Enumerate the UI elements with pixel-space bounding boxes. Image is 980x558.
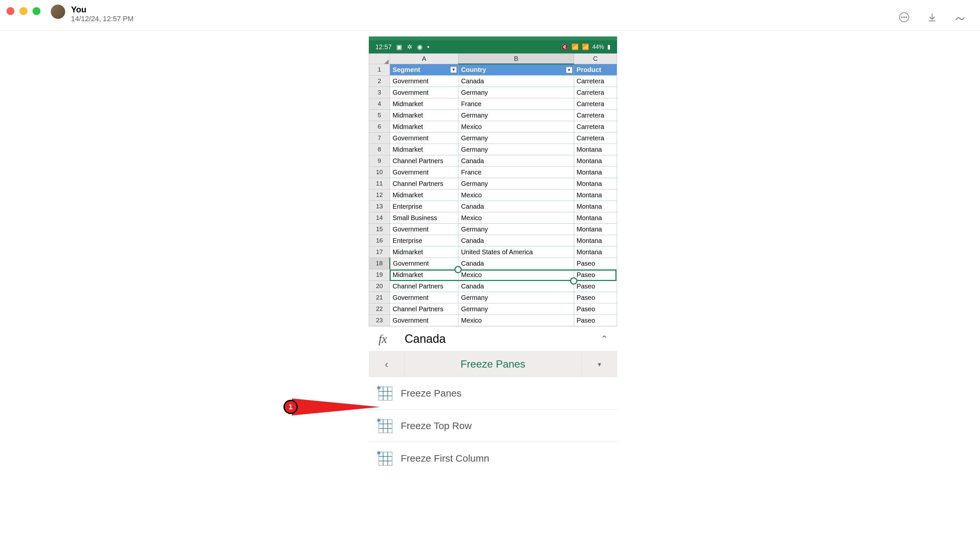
column-header-a[interactable]: A xyxy=(390,54,459,64)
cell[interactable]: Germany xyxy=(459,292,574,304)
cell[interactable]: Germany xyxy=(459,87,574,98)
cell[interactable]: Carretera xyxy=(574,98,617,110)
freeze-top-row-option[interactable]: ✱ Freeze Top Row xyxy=(369,410,617,442)
cell[interactable]: United States of America xyxy=(459,246,574,258)
cell[interactable]: Montana xyxy=(574,155,617,167)
cell[interactable]: Paseo xyxy=(574,292,617,304)
cell[interactable]: Canada xyxy=(459,75,574,87)
column-header-c[interactable]: C xyxy=(574,54,617,64)
row-header[interactable]: 1 xyxy=(369,64,390,75)
row-header[interactable]: 21 xyxy=(369,292,390,304)
cell[interactable]: Small Business xyxy=(390,212,459,224)
cell[interactable]: Government xyxy=(390,315,459,326)
row-header[interactable]: 23 xyxy=(369,315,390,326)
row-header[interactable]: 5 xyxy=(369,110,390,121)
cell[interactable]: Mexico xyxy=(459,315,574,326)
cell[interactable]: Germany xyxy=(459,178,574,189)
minimize-window-button[interactable] xyxy=(20,7,27,15)
cell[interactable]: Montana xyxy=(574,189,617,201)
selection-handle[interactable] xyxy=(570,277,577,284)
cell[interactable]: Product xyxy=(574,64,617,75)
cell[interactable]: Paseo xyxy=(574,258,617,269)
cell[interactable]: Montana xyxy=(574,235,617,246)
filter-icon[interactable]: ▼ xyxy=(566,67,572,73)
row-header[interactable]: 13 xyxy=(369,201,390,212)
cell[interactable]: France xyxy=(459,167,574,178)
cell[interactable]: Government xyxy=(390,133,459,144)
cell[interactable]: Channel Partners xyxy=(390,281,459,292)
column-header-b[interactable]: B xyxy=(459,54,574,64)
expand-formula-icon[interactable]: ⌃ xyxy=(591,334,617,345)
back-button[interactable]: ‹ xyxy=(369,351,404,377)
cell[interactable]: Montana xyxy=(574,246,617,258)
cell[interactable]: Paseo xyxy=(574,304,617,315)
spreadsheet[interactable]: A B C 1 Segment▼ Country▼ Product 2Gover… xyxy=(369,53,617,326)
cell[interactable]: France xyxy=(459,98,574,110)
cell[interactable]: Midmarket xyxy=(390,98,459,110)
row-header[interactable]: 4 xyxy=(369,98,390,110)
cell[interactable]: Canada xyxy=(459,201,574,212)
formula-bar[interactable]: fx Canada ⌃ xyxy=(369,326,617,351)
cell[interactable]: Carretera xyxy=(574,121,617,133)
row-header[interactable]: 19 xyxy=(369,269,390,281)
cell[interactable]: Germany xyxy=(459,133,574,144)
row-header[interactable]: 17 xyxy=(369,246,390,258)
row-header[interactable]: 16 xyxy=(369,235,390,246)
cell[interactable]: Government xyxy=(390,75,459,87)
scribble-icon[interactable] xyxy=(955,12,966,24)
cell[interactable]: Midmarket xyxy=(390,246,459,258)
row-header[interactable]: 12 xyxy=(369,189,390,201)
cell[interactable]: Carretera xyxy=(574,133,617,144)
cell[interactable]: Channel Partners xyxy=(390,178,459,189)
cell[interactable]: Canada xyxy=(459,281,574,292)
cell[interactable]: Montana xyxy=(574,167,617,178)
row-header[interactable]: 6 xyxy=(369,121,390,133)
cell[interactable]: Midmarket xyxy=(390,121,459,133)
select-all-corner[interactable] xyxy=(369,54,390,64)
row-header[interactable]: 18 xyxy=(369,258,390,269)
cell[interactable]: Montana xyxy=(574,212,617,224)
maximize-window-button[interactable] xyxy=(33,7,40,15)
cell[interactable]: Montana xyxy=(574,201,617,212)
cell[interactable]: Montana xyxy=(574,178,617,189)
row-header[interactable]: 2 xyxy=(369,75,390,87)
cell[interactable]: Germany xyxy=(459,144,574,155)
cell[interactable]: Montana xyxy=(574,224,617,235)
row-header[interactable]: 20 xyxy=(369,281,390,292)
cell[interactable]: Government xyxy=(390,224,459,235)
dropdown-icon[interactable]: ▾ xyxy=(581,351,617,377)
cell[interactable]: Government xyxy=(390,87,459,98)
row-header[interactable]: 14 xyxy=(369,212,390,224)
cell[interactable]: Government xyxy=(390,258,459,269)
cell[interactable]: Mexico xyxy=(459,189,574,201)
cell[interactable]: Country▼ xyxy=(459,64,574,75)
cell[interactable]: Germany xyxy=(459,224,574,235)
filter-icon[interactable]: ▼ xyxy=(450,66,457,73)
cell[interactable]: Mexico xyxy=(459,269,574,281)
cell[interactable]: Carretera xyxy=(574,87,617,98)
cell[interactable]: Canada xyxy=(459,235,574,246)
cell[interactable]: Enterprise xyxy=(390,235,459,246)
cell[interactable]: Midmarket xyxy=(390,189,459,201)
cell[interactable]: Canada xyxy=(459,155,574,167)
cell[interactable]: Government xyxy=(390,167,459,178)
more-icon[interactable] xyxy=(899,12,909,24)
cell[interactable]: Germany xyxy=(459,304,574,315)
row-header[interactable]: 9 xyxy=(369,155,390,167)
cell[interactable]: Montana xyxy=(574,144,617,155)
cell[interactable]: Segment▼ xyxy=(390,64,459,75)
cell[interactable]: Paseo xyxy=(574,269,617,281)
row-header[interactable]: 22 xyxy=(369,304,390,315)
row-header[interactable]: 8 xyxy=(369,144,390,155)
cell[interactable]: Midmarket xyxy=(390,144,459,155)
cell[interactable]: Channel Partners xyxy=(390,155,459,167)
row-header[interactable]: 11 xyxy=(369,178,390,189)
row-header[interactable]: 3 xyxy=(369,87,390,98)
cell[interactable]: Mexico xyxy=(459,212,574,224)
cell[interactable]: Channel Partners xyxy=(390,304,459,315)
cell[interactable]: Germany xyxy=(459,110,574,121)
close-window-button[interactable] xyxy=(7,7,14,15)
row-header[interactable]: 10 xyxy=(369,167,390,178)
cell[interactable]: Paseo xyxy=(574,315,617,326)
selection-handle[interactable] xyxy=(454,266,462,273)
